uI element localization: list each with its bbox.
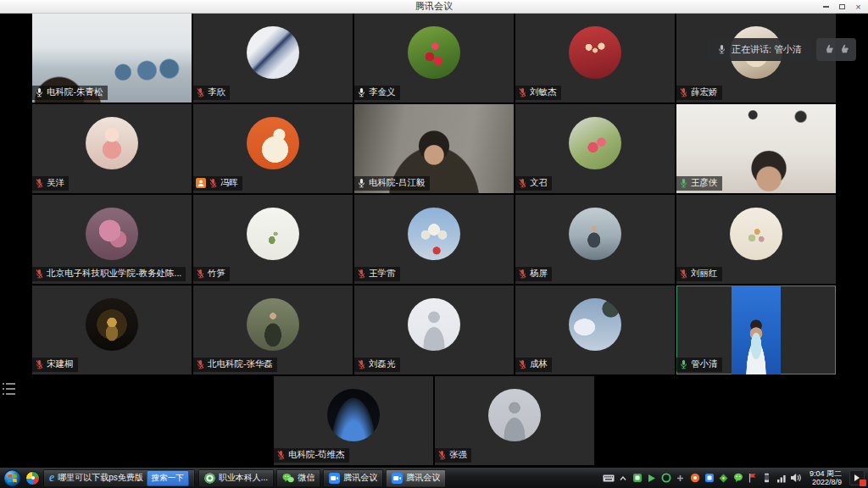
avatar <box>86 298 138 351</box>
tencent-meeting-window: 腾讯会议 × 电科院-朱青松李欣李金义刘敏杰薛宏娇吴洋冯晖电科院-吕江毅文召王彦… <box>0 0 868 488</box>
participant-tile[interactable]: 竹笋 <box>193 195 353 284</box>
input-method-icon[interactable] <box>603 471 615 485</box>
participant-tile[interactable]: 冯晖 <box>193 104 353 193</box>
name-label: 竹笋 <box>193 267 230 281</box>
tray-orange-app-icon[interactable] <box>689 471 701 485</box>
participant-tile[interactable]: 北京电子科技职业学院-教务处陈... <box>32 195 192 284</box>
participant-tile[interactable]: 王学雷 <box>354 195 514 284</box>
name-label: 王彦侠 <box>676 176 722 191</box>
tray-green-ring-icon[interactable] <box>660 471 672 485</box>
mic-on-icon <box>357 178 366 188</box>
tray-meeting-icon[interactable] <box>704 471 715 485</box>
start-button[interactable] <box>2 468 22 488</box>
participant-name: 冯晖 <box>220 177 238 189</box>
grid-row: 北京电子科技职业学院-教务处陈...竹笋王学雷杨屏刘丽红 <box>32 195 836 284</box>
participant-tile[interactable]: 刘磊光 <box>354 286 514 374</box>
taskbar-button-meeting[interactable]: 腾讯会议 <box>323 469 383 487</box>
mic-muted-icon <box>196 359 205 369</box>
show-hidden-icons-icon[interactable] <box>617 471 629 485</box>
participant-tile[interactable]: 成林 <box>515 286 675 374</box>
participant-tile[interactable]: 宋建桐 <box>32 286 192 374</box>
name-label: 刘敏杰 <box>515 86 561 100</box>
tray-wechat-icon[interactable] <box>732 471 744 485</box>
mic-muted-icon <box>276 450 286 460</box>
browser-launcher-icon[interactable] <box>25 471 40 485</box>
participant-tile[interactable]: 文召 <box>515 104 675 193</box>
participant-name: 电科院-苟维杰 <box>288 449 345 461</box>
tray-green-diamond-icon[interactable] <box>718 471 730 485</box>
participant-tile[interactable]: 刘敏杰 <box>515 14 675 103</box>
taskbar-button-meeting[interactable]: 腾讯会议 <box>386 469 446 487</box>
close-icon: × <box>855 3 860 11</box>
participant-name: 管小清 <box>691 358 718 370</box>
name-label: 王学雷 <box>354 267 400 281</box>
taskbar-ie-search-window[interactable]: e 哪里可以下载ps免费版 搜索一下 <box>43 469 195 487</box>
maximize-icon <box>839 4 845 9</box>
participant-tile[interactable]: 电科院-朱青松 <box>32 14 192 103</box>
participant-tile[interactable]: 杨屏 <box>515 195 675 284</box>
network-signal-icon[interactable] <box>776 471 787 485</box>
name-label: 宋建桐 <box>32 358 78 372</box>
tray-gray-app-icon[interactable] <box>675 471 687 485</box>
maximize-button[interactable] <box>834 1 850 13</box>
taskbar-button-wechat[interactable]: 微信 <box>276 469 320 487</box>
list-icon <box>3 383 21 385</box>
participant-list-toggle[interactable] <box>3 381 21 396</box>
meeting-gallery: 电科院-朱青松李欣李金义刘敏杰薛宏娇吴洋冯晖电科院-吕江毅文召王彦侠北京电子科技… <box>0 14 868 467</box>
avatar <box>247 298 299 351</box>
participant-tile[interactable]: 管小清 <box>676 286 836 374</box>
name-label: 北京电子科技职业学院-教务处陈... <box>32 267 186 281</box>
taskbar-button-browser[interactable]: 职业本科人... <box>198 469 274 487</box>
participant-name: 刘敏杰 <box>530 86 557 98</box>
taskbar-button-label: 腾讯会议 <box>406 472 440 484</box>
tray-device-icon[interactable] <box>761 471 773 485</box>
tray-green-app-icon[interactable] <box>632 471 643 485</box>
avatar <box>730 208 782 260</box>
speaking-mic-icon <box>717 42 726 58</box>
clap-hand-icon[interactable] <box>823 42 834 58</box>
window-title: 腾讯会议 <box>415 0 453 13</box>
close-button[interactable]: × <box>850 1 866 13</box>
name-label: 管小清 <box>676 358 722 372</box>
minimize-button[interactable] <box>818 1 834 13</box>
taskbar-app-buttons: 职业本科人...微信腾讯会议腾讯会议 <box>198 469 446 487</box>
name-label: 北电科院-张华磊 <box>193 358 277 372</box>
avatar <box>569 26 621 79</box>
participant-tile[interactable]: 李金义 <box>354 14 514 103</box>
system-clock[interactable]: 9:04 周二 2022/8/9 <box>810 469 842 486</box>
participant-tile[interactable]: 王彦侠 <box>676 104 836 193</box>
avatar <box>488 389 541 441</box>
participant-name: 王彦侠 <box>691 177 718 189</box>
wave-hand-icon[interactable] <box>838 42 849 58</box>
taskbar-button-label: 腾讯会议 <box>343 472 377 484</box>
participant-tile[interactable]: 李欣 <box>193 14 353 103</box>
participant-tile[interactable]: 电科院-吕江毅 <box>354 104 514 193</box>
name-label: 电科院-苟维杰 <box>274 448 349 463</box>
participant-tile[interactable]: 吴洋 <box>32 104 192 193</box>
tray-player-icon[interactable] <box>646 471 658 485</box>
participant-tile[interactable]: 刘丽红 <box>676 195 836 284</box>
avatar <box>408 298 460 351</box>
mic-muted-icon <box>209 178 218 188</box>
participant-name: 刘丽红 <box>691 268 718 280</box>
tray-icons <box>603 471 802 485</box>
participant-tile[interactable]: 北电科院-张华磊 <box>193 286 353 374</box>
search-go-button[interactable]: 搜索一下 <box>147 470 189 486</box>
participant-tile[interactable]: 电科院-苟维杰 <box>274 376 433 465</box>
wechat-icon <box>282 473 294 484</box>
participant-name: 北电科院-张华磊 <box>208 358 273 370</box>
mic-muted-icon <box>518 359 527 369</box>
mic-muted-icon <box>35 359 44 369</box>
name-label: 李金义 <box>354 86 400 100</box>
windows-taskbar: e 哪里可以下载ps免费版 搜索一下 职业本科人...微信腾讯会议腾讯会议 9:… <box>0 467 868 488</box>
participant-name: 文召 <box>530 177 548 189</box>
name-label: 文召 <box>515 176 552 191</box>
mic-muted-icon <box>518 178 527 188</box>
tray-flag-icon[interactable] <box>747 471 759 485</box>
participant-tile[interactable]: 张强 <box>435 376 594 465</box>
mic-muted-icon <box>357 269 366 279</box>
mic-muted-icon <box>679 269 688 279</box>
volume-icon[interactable] <box>790 471 802 485</box>
minimize-icon <box>823 6 829 8</box>
notification-app-icon[interactable] <box>849 470 865 485</box>
